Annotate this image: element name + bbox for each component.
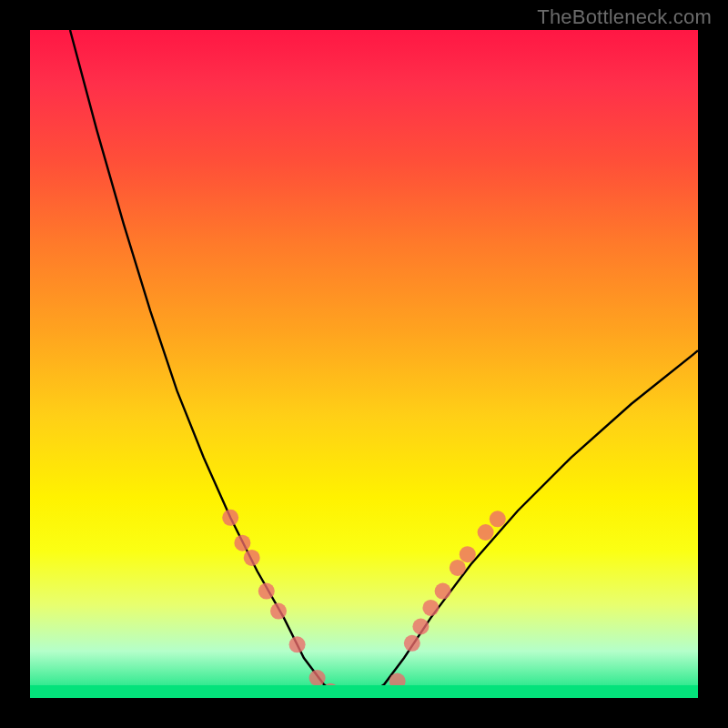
data-marker — [244, 550, 260, 566]
baseline-band — [30, 685, 698, 698]
data-marker — [460, 546, 476, 562]
data-marker — [222, 510, 238, 526]
data-marker — [258, 583, 275, 600]
data-marker — [289, 636, 306, 652]
chart-svg — [30, 30, 698, 698]
data-marker — [490, 511, 506, 527]
curve-line — [70, 30, 698, 698]
data-marker — [435, 583, 451, 600]
curve-markers — [222, 510, 506, 698]
data-marker — [309, 670, 326, 686]
data-marker — [412, 619, 429, 635]
data-marker — [404, 635, 420, 652]
curve-path — [70, 30, 698, 698]
data-marker — [270, 603, 287, 620]
chart-area — [30, 30, 698, 698]
data-marker — [234, 535, 250, 551]
data-marker — [478, 524, 494, 541]
watermark-text: TheBottleneck.com — [537, 5, 712, 29]
data-marker — [450, 560, 466, 576]
data-marker — [422, 600, 439, 616]
